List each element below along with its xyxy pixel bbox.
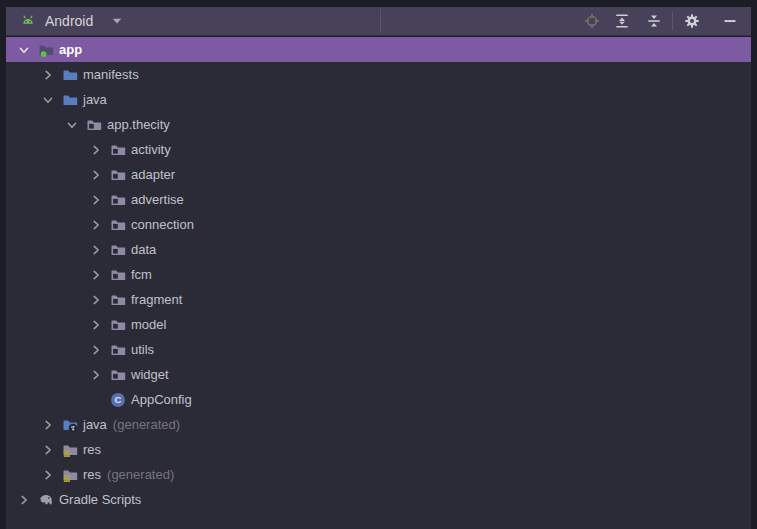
tree-row-app-thecity[interactable]: app.thecity	[6, 112, 751, 137]
tree-row-label: activity	[131, 142, 171, 158]
collapse-all-icon[interactable]	[645, 12, 663, 30]
resources-folder-icon	[62, 442, 78, 458]
settings-gear-icon[interactable]	[683, 12, 701, 30]
chevron-right-icon[interactable]	[88, 292, 104, 308]
package-folder-icon	[110, 167, 126, 183]
tree-row-res[interactable]: res	[6, 437, 751, 462]
svg-text:C: C	[115, 394, 122, 405]
package-folder-icon	[110, 142, 126, 158]
package-folder-icon	[110, 317, 126, 333]
chevron-spacer	[88, 392, 104, 408]
tree-row-res[interactable]: res(generated)	[6, 462, 751, 487]
chevron-right-icon[interactable]	[88, 192, 104, 208]
java-class-icon: C	[110, 392, 126, 408]
chevron-right-icon[interactable]	[16, 492, 32, 508]
package-folder-icon	[110, 267, 126, 283]
chevron-right-icon[interactable]	[88, 367, 104, 383]
tree-row-label: app.thecity	[107, 117, 170, 133]
tree-row-suffix: (generated)	[107, 467, 174, 482]
chevron-right-icon[interactable]	[40, 467, 56, 483]
package-folder-icon	[110, 342, 126, 358]
chevron-right-icon[interactable]	[40, 67, 56, 83]
project-tool-window: Android appmanifestsjavaapp.thecityactiv…	[0, 0, 757, 529]
chevron-down-icon[interactable]	[40, 92, 56, 108]
chevron-right-icon[interactable]	[88, 342, 104, 358]
hide-panel-icon[interactable]	[721, 12, 739, 30]
resources-folder-icon	[62, 467, 78, 483]
selector-caret-icon	[109, 13, 125, 29]
chevron-down-icon[interactable]	[16, 42, 32, 58]
folder-blue-icon	[62, 92, 78, 108]
chevron-right-icon[interactable]	[40, 442, 56, 458]
tree-row-app[interactable]: app	[6, 37, 751, 62]
tree-row-label: Gradle Scripts	[59, 492, 141, 508]
android-module-folder-icon	[38, 42, 54, 58]
tree-row-appconfig[interactable]: CAppConfig	[6, 387, 751, 412]
chevron-right-icon[interactable]	[88, 167, 104, 183]
tree-row-label: java	[83, 417, 107, 433]
package-folder-icon	[110, 242, 126, 258]
tree-row-widget[interactable]: widget	[6, 362, 751, 387]
package-folder-icon	[110, 292, 126, 308]
tree-row-manifests[interactable]: manifests	[6, 62, 751, 87]
android-robot-icon	[20, 13, 37, 30]
tree-row-label: data	[131, 242, 156, 258]
tree-row-label: adapter	[131, 167, 175, 183]
tree-row-label: AppConfig	[131, 392, 192, 408]
tree-row-adapter[interactable]: adapter	[6, 162, 751, 187]
tree-row-utils[interactable]: utils	[6, 337, 751, 362]
generated-sources-folder-icon	[62, 417, 78, 433]
package-folder-icon	[110, 217, 126, 233]
gradle-elephant-icon	[38, 492, 54, 508]
tree-row-data[interactable]: data	[6, 237, 751, 262]
project-toolbar: Android	[6, 7, 751, 36]
toolbar-divider	[380, 9, 381, 33]
chevron-down-icon[interactable]	[64, 117, 80, 133]
tree-row-label: java	[83, 92, 107, 108]
tree-row-label: fcm	[131, 267, 152, 283]
tree-row-label: connection	[131, 217, 194, 233]
chevron-right-icon[interactable]	[88, 317, 104, 333]
tree-row-label: res	[83, 467, 101, 483]
toolbar-divider	[672, 12, 673, 30]
tree-row-activity[interactable]: activity	[6, 137, 751, 162]
chevron-right-icon[interactable]	[88, 242, 104, 258]
tree-row-label: fragment	[131, 292, 182, 308]
project-tree: appmanifestsjavaapp.thecityactivityadapt…	[6, 37, 751, 529]
tree-row-model[interactable]: model	[6, 312, 751, 337]
tree-row-suffix: (generated)	[113, 417, 180, 432]
view-selector[interactable]: Android	[20, 7, 125, 35]
chevron-right-icon[interactable]	[88, 217, 104, 233]
tree-row-label: advertise	[131, 192, 184, 208]
chevron-right-icon[interactable]	[40, 417, 56, 433]
tree-row-label: manifests	[83, 67, 139, 83]
expand-all-icon[interactable]	[613, 12, 631, 30]
tree-row-label: model	[131, 317, 166, 333]
folder-blue-icon	[62, 67, 78, 83]
tree-row-java[interactable]: java	[6, 87, 751, 112]
package-folder-icon	[110, 367, 126, 383]
chevron-right-icon[interactable]	[88, 142, 104, 158]
tree-row-gradle-scripts[interactable]: Gradle Scripts	[6, 487, 751, 512]
tree-row-advertise[interactable]: advertise	[6, 187, 751, 212]
locate-file-icon[interactable]	[583, 12, 601, 30]
tree-row-fcm[interactable]: fcm	[6, 262, 751, 287]
tree-row-label: app	[59, 42, 82, 58]
tree-row-fragment[interactable]: fragment	[6, 287, 751, 312]
tree-row-label: res	[83, 442, 101, 458]
tree-row-label: utils	[131, 342, 154, 358]
tree-row-connection[interactable]: connection	[6, 212, 751, 237]
tree-row-label: widget	[131, 367, 169, 383]
package-folder-icon	[110, 192, 126, 208]
chevron-right-icon[interactable]	[88, 267, 104, 283]
package-folder-icon	[86, 117, 102, 133]
view-selector-label: Android	[45, 13, 93, 29]
tree-row-java[interactable]: java(generated)	[6, 412, 751, 437]
